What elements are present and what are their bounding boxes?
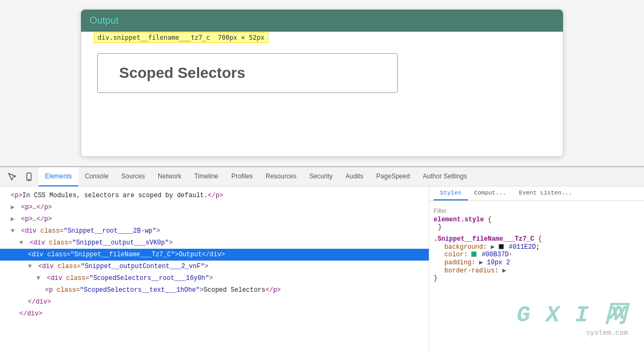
dom-line: <p>In CSS Modules, selectors are scoped …: [0, 190, 429, 201]
filter-label: Filter: [434, 205, 640, 216]
watermark: G X I 网 system.com: [517, 299, 628, 337]
dom-line: ▼ <div class="ScopedSelectors__root___16…: [0, 272, 429, 284]
scoped-heading: Scoped Selectors: [119, 64, 376, 82]
active-dot: ···: [2, 250, 14, 260]
styles-tab-computed[interactable]: Comput...: [468, 186, 513, 200]
tab-pagespeed[interactable]: PageSpeed: [370, 167, 416, 186]
dom-line: ▼ <div class="Snippet__root____2B-wp">: [0, 225, 429, 237]
browser-header: Output: [81, 10, 563, 32]
tab-audits[interactable]: Audits: [339, 167, 370, 186]
tab-author-settings[interactable]: Author Settings: [416, 167, 473, 186]
css-prop-padding: padding: [438, 259, 471, 266]
dom-line: <p class="ScopedSelectors__text___1hOhe"…: [0, 284, 429, 296]
dom-line: ▶ <p>…</p>: [0, 213, 429, 225]
watermark-text: G X I 网: [517, 299, 628, 329]
watermark-subtext: system.com: [517, 329, 628, 337]
browser-title: Output: [90, 15, 119, 26]
styles-tab-styles[interactable]: Styles: [434, 186, 468, 200]
css-selector: element.style: [434, 216, 484, 224]
color-swatch-background[interactable]: [499, 244, 504, 249]
tab-profiles[interactable]: Profiles: [225, 167, 259, 186]
styles-tabs: Styles Comput... Event Listen...: [429, 186, 644, 201]
browser-window: Output div.snippet__filename___tz7_c 700…: [80, 9, 564, 157]
tab-console[interactable]: Console: [78, 167, 115, 186]
scoped-box: Scoped Selectors: [97, 53, 398, 93]
styles-content: Filter element.style { } .Snippet__fileN…: [429, 201, 644, 291]
tab-timeline[interactable]: Timeline: [188, 167, 225, 186]
css-value-color: #00B37D: [482, 251, 509, 258]
css-prop-background: background: [438, 243, 483, 251]
css-selector-filename: .Snippet__fileName___Tz7_C: [434, 235, 534, 243]
tab-network[interactable]: Network: [151, 167, 188, 186]
css-rule-element-style: element.style { }: [434, 216, 640, 231]
devtools-toolbar: Elements Console Sources Network Timelin…: [0, 167, 644, 186]
element-highlight: div.snippet__filename___tz7_c 700px × 52…: [94, 32, 268, 43]
tab-resources[interactable]: Resources: [259, 167, 303, 186]
styles-panel: Styles Comput... Event Listen... Filter …: [429, 186, 644, 353]
element-class: div.snippet__filename___tz7_c: [98, 34, 210, 41]
dom-line: </div>: [0, 308, 429, 320]
inspect-icon[interactable]: [4, 169, 19, 184]
devtools-panel: Elements Console Sources Network Timelin…: [0, 167, 644, 353]
css-value-background: #011E2D: [509, 243, 536, 251]
css-prop-color: color: [438, 251, 464, 258]
dom-line: </div>: [0, 296, 429, 308]
preview-area: Output div.snippet__filename___tz7_c 700…: [0, 0, 644, 167]
tab-security[interactable]: Security: [303, 167, 339, 186]
tab-sources[interactable]: Sources: [115, 167, 151, 186]
svg-point-1: [28, 179, 30, 180]
dom-line: ▼ <div class="Snippet__outputContent___2…: [0, 261, 429, 272]
css-rule-filename: .Snippet__fileName___Tz7_C { background:…: [434, 235, 640, 282]
dom-line: ▶ <p>…</p>: [0, 201, 429, 213]
element-size: 700px × 52px: [218, 34, 265, 41]
css-value-padding: 10px 2: [487, 259, 510, 266]
dom-line: ▼ <div class="Snippet__output___sVK0p">: [0, 237, 429, 249]
css-prop-border-radius: border-radius: [438, 267, 495, 275]
mobile-icon[interactable]: [21, 169, 36, 184]
dom-line-selected[interactable]: ··· <div class="Snippet__fileName___Tz7_…: [0, 249, 429, 261]
styles-tab-event[interactable]: Event Listen...: [513, 186, 579, 200]
devtools-main: <p>In CSS Modules, selectors are scoped …: [0, 186, 644, 353]
tab-elements[interactable]: Elements: [39, 167, 78, 186]
dom-panel[interactable]: <p>In CSS Modules, selectors are scoped …: [0, 186, 429, 353]
color-swatch-color[interactable]: [471, 251, 477, 257]
